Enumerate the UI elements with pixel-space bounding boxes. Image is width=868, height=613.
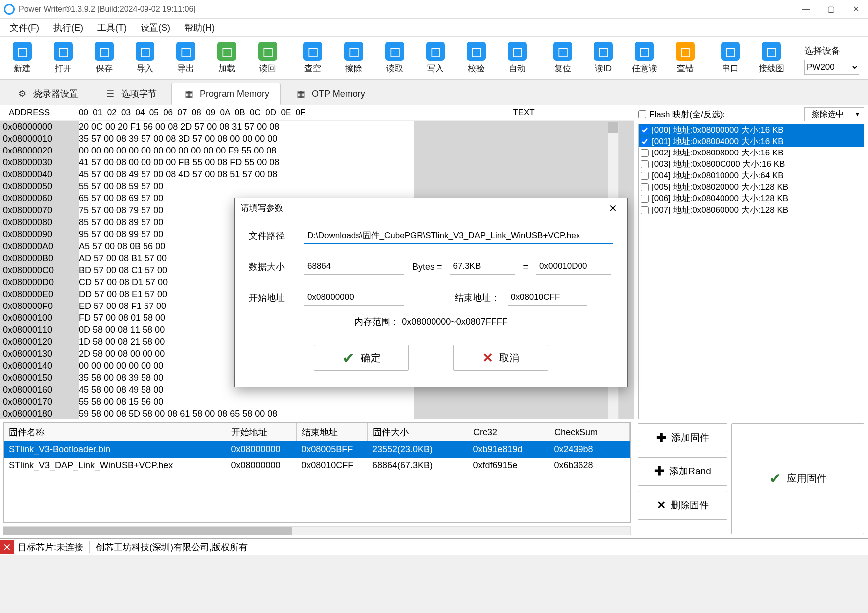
add-rand-button[interactable]: ✚ 添加Rand xyxy=(638,457,727,486)
dialog-close-button[interactable]: ✕ xyxy=(605,200,621,216)
tab-icon: ☰ xyxy=(104,88,116,100)
tab[interactable]: ☰选项字节 xyxy=(93,83,168,105)
toolbar-label: 新建 xyxy=(14,63,31,74)
flash-list-item[interactable]: [000] 地址:0x08000000 大小:16 KB xyxy=(639,124,864,136)
toolbar-button[interactable]: ◻查空 xyxy=(292,38,333,79)
firmware-col-header[interactable]: 固件名称 xyxy=(4,423,226,441)
flash-list[interactable]: [000] 地址:0x08000000 大小:16 KB[001] 地址:0x0… xyxy=(638,124,864,439)
file-path-input[interactable] xyxy=(304,227,613,244)
firmware-col-header[interactable]: 开始地址 xyxy=(226,423,297,441)
hex-row[interactable]: 0x0800001035 57 00 08 39 57 00 08 3D 57 … xyxy=(0,133,634,145)
flash-item-checkbox[interactable] xyxy=(641,195,649,203)
data-size-input[interactable] xyxy=(304,258,404,275)
toolbar-button[interactable]: ◻保存 xyxy=(84,38,125,79)
hex-text xyxy=(414,396,634,408)
toolbar-button[interactable]: ◻查错 xyxy=(665,38,706,79)
add-firmware-button[interactable]: ✚ 添加固件 xyxy=(638,423,727,452)
flash-item-checkbox[interactable] xyxy=(641,149,649,157)
toolbar-button[interactable]: ◻擦除 xyxy=(333,38,374,79)
flash-item-checkbox[interactable] xyxy=(641,206,649,214)
firmware-scrollbar-thumb[interactable] xyxy=(3,527,292,535)
apply-firmware-button[interactable]: ✔ 应用固件 xyxy=(731,423,864,534)
hex-row[interactable]: 0x0800003041 57 00 08 00 00 00 00 FB 55 … xyxy=(0,156,634,168)
firmware-col-header[interactable]: 结束地址 xyxy=(296,423,367,441)
toolbar-button[interactable]: ◻导出 xyxy=(165,38,206,79)
check-icon: ✔ xyxy=(342,349,355,367)
flash-list-item[interactable]: [002] 地址:0x08008000 大小:16 KB xyxy=(639,147,864,158)
firmware-col-header[interactable]: 固件大小 xyxy=(367,423,468,441)
tab-label: 烧录器设置 xyxy=(33,88,78,100)
flash-item-checkbox[interactable] xyxy=(641,172,649,180)
device-select-dropdown[interactable]: PW200 xyxy=(804,60,859,75)
menu-item[interactable]: 设置(S) xyxy=(134,20,177,36)
toolbar-button[interactable]: ◻读回 xyxy=(247,38,288,79)
flash-list-item[interactable]: [005] 地址:0x08020000 大小:128 KB xyxy=(639,181,864,193)
toolbar-button[interactable]: ◻打开 xyxy=(43,38,84,79)
flash-list-item[interactable]: [007] 地址:0x08060000 大小:128 KB xyxy=(639,204,864,216)
toolbar-button[interactable]: ◻任意读 xyxy=(624,38,665,79)
flash-item-checkbox[interactable] xyxy=(641,138,649,146)
hex-address: 0x08000120 xyxy=(0,336,79,348)
toolbar-button[interactable]: ◻加载 xyxy=(206,38,247,79)
toolbar-button[interactable]: ◻校验 xyxy=(456,38,497,79)
firmware-table[interactable]: 固件名称开始地址结束地址固件大小Crc32CheckSumSTlink_V3-B… xyxy=(3,422,631,523)
menu-item[interactable]: 帮助(H) xyxy=(177,20,222,36)
maximize-button[interactable]: ▢ xyxy=(818,0,843,19)
toolbar-button[interactable]: ◻新建 xyxy=(2,38,43,79)
toolbar-button[interactable]: ◻导入 xyxy=(125,38,165,79)
flash-list-item[interactable]: [003] 地址:0x0800C000 大小:16 KB xyxy=(639,158,864,170)
flash-item-checkbox[interactable] xyxy=(641,183,649,191)
tab[interactable]: ▦Program Memory xyxy=(171,83,281,105)
delete-firmware-button[interactable]: ✕ 删除固件 xyxy=(638,491,727,520)
tab[interactable]: ▦OTP Memory xyxy=(284,83,377,105)
hex-row[interactable]: 0x0800017055 58 00 08 15 56 00 xyxy=(0,396,634,408)
toolbar-button[interactable]: ◻写入 xyxy=(415,38,456,79)
hex-scrollbar-thumb[interactable] xyxy=(608,122,618,133)
start-addr-input[interactable] xyxy=(304,289,404,306)
dialog-ok-button[interactable]: ✔ 确定 xyxy=(314,345,409,371)
dialog-cancel-button[interactable]: ✕ 取消 xyxy=(453,345,548,371)
hex-row[interactable]: 0x0800005055 57 00 08 59 57 00 xyxy=(0,180,634,192)
toolbar-button[interactable]: ◻串口 xyxy=(710,38,751,79)
hex-address: 0x08000110 xyxy=(0,324,79,336)
flash-list-item[interactable]: [006] 地址:0x08040000 大小:128 KB xyxy=(639,193,864,204)
toolbar-button[interactable]: ◻读ID xyxy=(583,38,624,79)
firmware-scrollbar-horizontal[interactable] xyxy=(3,526,631,535)
toolbar-label: 串口 xyxy=(722,63,739,74)
data-size-kb-input[interactable] xyxy=(450,258,515,275)
flash-list-item[interactable]: [001] 地址:0x08004000 大小:16 KB xyxy=(639,136,864,147)
firmware-col-header[interactable]: CheckSum xyxy=(549,423,630,441)
data-size-hex-input[interactable] xyxy=(536,258,611,275)
minimize-button[interactable]: — xyxy=(793,0,818,19)
menu-item[interactable]: 文件(F) xyxy=(3,20,46,36)
hex-address: 0x08000030 xyxy=(0,156,79,168)
firmware-col-header[interactable]: Crc32 xyxy=(468,423,549,441)
end-addr-input[interactable] xyxy=(508,289,587,306)
toolbar-icon: ◻ xyxy=(217,42,236,61)
toolbar-separator xyxy=(290,43,290,73)
flash-item-checkbox[interactable] xyxy=(641,160,649,168)
status-company-text: 创芯工坊科技(深圳)有限公司,版权所有 xyxy=(96,541,248,553)
flash-item-checkbox[interactable] xyxy=(641,126,649,134)
toolbar-button[interactable]: ◻复位 xyxy=(542,38,583,79)
hex-row[interactable]: 0x0800000020 0C 00 20 F1 56 00 08 2D 57 … xyxy=(0,121,634,133)
firmware-row[interactable]: STlink_V3_DAP_Link_WinUSB+VCP.hex0x08000… xyxy=(4,458,630,474)
hex-row[interactable]: 0x0800004045 57 00 08 49 57 00 08 4D 57 … xyxy=(0,168,634,180)
toolbar-label: 导出 xyxy=(177,63,194,74)
flash-select-all-checkbox[interactable] xyxy=(638,110,646,118)
toolbar-button[interactable]: ◻自动 xyxy=(497,38,538,79)
menu-item[interactable]: 执行(E) xyxy=(46,20,90,36)
hex-row[interactable]: 0x0800002000 00 00 00 00 00 00 00 00 00 … xyxy=(0,145,634,156)
flash-action-dropdown[interactable]: 擦除选中 ▼ xyxy=(804,107,864,121)
toolbar-button[interactable]: ◻接线图 xyxy=(751,38,792,79)
hex-row[interactable]: 0x0800018059 58 00 08 5D 58 00 08 61 58 … xyxy=(0,408,634,420)
hex-address: 0x08000070 xyxy=(0,204,79,216)
toolbar-label: 读回 xyxy=(259,63,276,74)
tab[interactable]: ⚙烧录器设置 xyxy=(5,83,90,105)
firmware-row[interactable]: STlink_V3-Bootloader.bin0x080000000x0800… xyxy=(4,441,630,458)
menu-item[interactable]: 工具(T) xyxy=(90,20,134,36)
toolbar-icon: ◻ xyxy=(508,42,527,61)
flash-list-item[interactable]: [004] 地址:0x08010000 大小:64 KB xyxy=(639,170,864,181)
toolbar-button[interactable]: ◻读取 xyxy=(374,38,415,79)
close-button[interactable]: ✕ xyxy=(843,0,868,19)
